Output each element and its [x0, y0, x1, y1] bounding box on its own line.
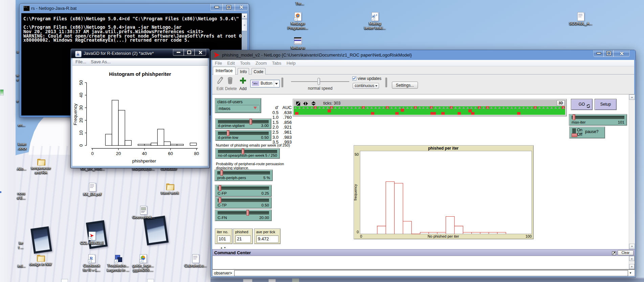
- tab-code[interactable]: Code: [251, 68, 266, 75]
- svg-text:No phished per iter: No phished per iter: [428, 234, 459, 238]
- slider-groove[interactable]: [572, 116, 624, 120]
- desktop-icon[interactable]: SCONUL_A...: [564, 12, 597, 26]
- menu-tools[interactable]: Tools: [240, 61, 250, 66]
- slider-groove[interactable]: [218, 132, 269, 135]
- doc-icon: [88, 183, 97, 192]
- phish-email-square: [328, 109, 331, 112]
- desktop-icon-label: temperanceand RA: [25, 166, 57, 175]
- scroll-down-button[interactable]: ▼: [629, 244, 635, 249]
- maximize-button[interactable]: [184, 49, 195, 56]
- close-button[interactable]: [195, 49, 206, 56]
- slider-C-FN[interactable]: C-FN20.00: [215, 210, 272, 221]
- slider-groove[interactable]: [218, 199, 269, 202]
- desktop-icon[interactable]: ↗NetLogoProgramm...: [282, 12, 314, 30]
- command-input[interactable]: [234, 270, 628, 276]
- chooser-value-box[interactable]: mtwos: [217, 105, 259, 112]
- slider-prob-periph-pers[interactable]: prob-periph-pers5 %: [215, 170, 273, 181]
- minimize-button[interactable]: [594, 50, 604, 57]
- slider-groove[interactable]: [218, 187, 269, 190]
- desktop-icon[interactable]: ncesd E...: [5, 191, 38, 200]
- menu-zoom[interactable]: Zoom: [256, 61, 267, 66]
- command-output[interactable]: ▲ ▼: [212, 256, 635, 269]
- agent-icon: [314, 107, 317, 109]
- view-updates-checkbox[interactable]: [352, 77, 356, 81]
- command-center-splitter[interactable]: ▲▼: [220, 246, 227, 249]
- slider-d-prime-low[interactable]: d-prime-low0.50: [215, 130, 271, 141]
- slider-C-FP[interactable]: C-FP0.25: [215, 185, 272, 197]
- menu-edit[interactable]: Edit: [227, 61, 235, 66]
- desktop-icon[interactable]: GoereeHolt...: [127, 206, 160, 219]
- desktop-icon[interactable]: Loan.docx: [6, 142, 38, 151]
- update-mode-dropdown[interactable]: continuous: [353, 83, 379, 89]
- menu-help[interactable]: Help: [287, 61, 296, 66]
- speed-slider[interactable]: normal speed: [291, 77, 349, 92]
- slider-C-TP[interactable]: C-TP0.50: [215, 197, 272, 209]
- agent-icon: [370, 107, 373, 109]
- maximize-button[interactable]: [223, 4, 235, 11]
- switch-groove[interactable]: [572, 128, 576, 137]
- close-button[interactable]: [614, 50, 629, 57]
- slider-handle[interactable]: [220, 170, 223, 176]
- slider-handle[interactable]: [573, 114, 575, 120]
- close-button[interactable]: [235, 4, 248, 11]
- slider-d-prime-vigilant[interactable]: d-prime-vigilant3.00: [215, 118, 271, 129]
- pause-switch[interactable]: On Off pause?: [569, 127, 605, 138]
- desktop-icon[interactable]: ↗CCL-BEAGLE: [76, 232, 108, 245]
- tab-info[interactable]: Info: [238, 68, 249, 75]
- scroll-up-button[interactable]: ▲: [629, 256, 635, 261]
- world-3d-button[interactable]: 3D: [557, 100, 565, 106]
- maximize-button[interactable]: [604, 50, 614, 57]
- slider-groove[interactable]: [218, 211, 269, 215]
- desktop-icon[interactable]: temperanceand RA: [25, 158, 57, 175]
- chooser-class-of-users[interactable]: class-of-users mtwos: [215, 98, 261, 113]
- menu-file[interactable]: File...: [75, 59, 86, 64]
- settings-button[interactable]: Settings...: [392, 82, 418, 89]
- slider-no-of-spearphish-per-week[interactable]: no-of-spearphish-per-week5 / 250: [215, 148, 280, 159]
- history-dropdown-button[interactable]: ▼: [627, 270, 634, 276]
- delete-tool[interactable]: Delete: [225, 77, 235, 91]
- desktop-icon[interactable]: design in NW: [24, 254, 57, 266]
- desktop-icon[interactable]: CabralesLu...: [179, 254, 212, 268]
- add-tool[interactable]: Add: [238, 77, 248, 91]
- menu-save-as[interactable]: Save As...: [91, 59, 111, 64]
- desktop-icon[interactable]: KK_EK.pdf: [76, 183, 109, 196]
- slider-max-iter[interactable]: max-iter101: [569, 114, 627, 126]
- scroll-up-button[interactable]: ▲: [242, 13, 247, 19]
- slider-handle[interactable]: [219, 185, 221, 191]
- desktop-icon[interactable]: en...: [5, 123, 38, 127]
- edit-tool[interactable]: Edit: [215, 77, 225, 91]
- world-field[interactable]: [294, 106, 565, 115]
- scroll-thumb[interactable]: ≡: [242, 19, 247, 31]
- minimize-button[interactable]: [173, 49, 184, 56]
- go-button[interactable]: GO: [571, 99, 593, 110]
- menu-tabs[interactable]: Tabs: [272, 61, 281, 66]
- desktop-icon[interactable]: NetLogo: [282, 37, 314, 50]
- slider-label: C-FP: [218, 191, 227, 195]
- netlogo-titlebar[interactable]: phishing_model_v2 - NetLogo {C:\Users\ka…: [211, 50, 636, 60]
- slider-groove[interactable]: [217, 171, 270, 175]
- scroll-up-button[interactable]: ▲: [629, 94, 635, 100]
- view-updates-group: view updates continuous: [352, 76, 383, 93]
- slider-handle[interactable]: [246, 210, 249, 216]
- desktop-icon[interactable]: ↗↗Makingbetter looki...: [359, 12, 391, 30]
- desktop-icon[interactable]: travel work: [154, 183, 186, 195]
- minimize-button[interactable]: [210, 4, 223, 11]
- svg-text:0: 0: [91, 151, 93, 156]
- speed-slider-thumb[interactable]: [317, 78, 320, 85]
- setup-button[interactable]: Setup: [595, 99, 617, 110]
- desktop-icon[interactable]: bet ...: [5, 241, 37, 250]
- interface-scrollbar[interactable]: ▲ ▼: [629, 94, 635, 249]
- switch-handle[interactable]: [572, 133, 577, 137]
- tab-interface[interactable]: Interface: [213, 67, 236, 75]
- menu-file[interactable]: File: [215, 61, 222, 66]
- clear-button[interactable]: Clear: [618, 250, 634, 255]
- desktop-icon[interactable]: Tre...: [284, 1, 316, 6]
- scroll-down-button[interactable]: ▼: [629, 264, 635, 269]
- slider-handle[interactable]: [219, 197, 221, 203]
- slider-handle[interactable]: [249, 119, 252, 125]
- command-center-header: Command Center Clear: [212, 249, 635, 256]
- desktop-icon[interactable]: ↗guide_lege...ggplot209....: [127, 254, 159, 272]
- widget-type-dropdown[interactable]: *abc Button: [250, 80, 280, 88]
- peek-icon: [243, 279, 252, 282]
- output-scrollbar[interactable]: ▲ ▼: [629, 256, 635, 269]
